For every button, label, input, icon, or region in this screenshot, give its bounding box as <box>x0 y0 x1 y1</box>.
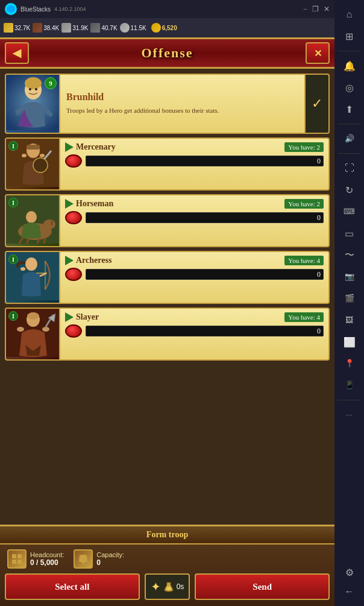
time-group: ✦ 0s <box>145 573 190 600</box>
divider-3 <box>337 153 361 154</box>
restore-icon[interactable]: ❐ <box>312 5 319 14</box>
headcount-icon <box>7 549 27 569</box>
phone-icon[interactable]: 📱 <box>340 376 359 395</box>
archeress-arrow <box>65 256 74 265</box>
capacity-group: Capacity: 0 <box>74 549 124 569</box>
troop-image-mercenary: I <box>6 139 60 189</box>
select-all-button[interactable]: Select all <box>5 573 140 600</box>
send-button[interactable]: Send <box>195 573 330 600</box>
wheat-icon <box>4 23 13 33</box>
svg-point-33 <box>42 327 49 332</box>
bluestacks-logo <box>5 3 17 15</box>
archeress-count: You have: 4 <box>284 256 324 265</box>
slayer-slider[interactable]: 0 <box>86 326 324 336</box>
upload-icon[interactable]: ⬆ <box>340 99 359 119</box>
archeress-content: Archeress You have: 4 0 <box>60 252 328 303</box>
capacity-value: 0 <box>96 558 124 567</box>
troop-row-mercenary[interactable]: I M <box>5 137 330 191</box>
svg-point-17 <box>26 211 37 223</box>
grid-icon[interactable]: ⊞ <box>340 27 359 46</box>
slayer-content: Slayer You have: 4 0 <box>60 309 328 359</box>
divider-1 <box>337 51 361 51</box>
tablet-icon[interactable]: ▭ <box>340 224 359 243</box>
archeress-controls: 0 <box>65 268 324 281</box>
horseman-decrement[interactable] <box>65 211 82 224</box>
mercenary-content: Mercenary You have: 2 0 <box>60 139 328 189</box>
slayer-decrement[interactable] <box>65 324 82 338</box>
archeress-header: Archeress You have: 4 <box>65 256 324 265</box>
stone-value: 31.9K <box>72 25 88 31</box>
svg-point-11 <box>22 154 27 157</box>
bottom-stats: Headcount: 0 / 5,000 Capacity: 0 <box>0 544 334 573</box>
horseman-level: I <box>8 198 18 207</box>
camera-icon[interactable]: 📷 <box>340 267 359 286</box>
slayer-level: I <box>8 311 18 321</box>
video-icon[interactable]: 🎬 <box>340 289 359 308</box>
location-icon[interactable]: 📍 <box>340 354 359 373</box>
mercenary-amount: 0 <box>317 157 321 166</box>
star-icon: ✦ <box>151 579 161 594</box>
potion-icon <box>163 581 174 592</box>
settings-circle-icon[interactable]: ◎ <box>340 78 359 97</box>
archeress-amount: 0 <box>317 270 321 279</box>
hero-card[interactable]: 9 <box>5 74 330 134</box>
svg-point-15 <box>43 219 55 229</box>
slayer-name: Slayer <box>65 312 99 322</box>
resource-stone: 31.9K <box>61 23 88 33</box>
close-button[interactable]: ✕ <box>306 42 330 64</box>
rotate-icon[interactable]: ↻ <box>340 180 359 200</box>
minimize-icon[interactable]: − <box>303 5 307 14</box>
bottom-actions: Select all ✦ 0s Send <box>0 573 334 606</box>
horseman-amount: 0 <box>317 213 321 223</box>
horseman-count: You have: 2 <box>284 199 324 209</box>
back-button[interactable]: ◀ <box>5 42 29 64</box>
mercenary-name: Mercenary <box>65 142 116 152</box>
hero-image: 9 <box>6 75 60 133</box>
ore-value: 40.7K <box>101 25 117 31</box>
svg-point-23 <box>25 257 37 271</box>
svg-rect-8 <box>27 145 40 150</box>
mercenary-decrement[interactable] <box>65 154 82 168</box>
shake-icon[interactable]: 〜 <box>340 245 359 265</box>
topbar: BlueStacks 4.140.2.1004 − ❐ ✕ <box>0 0 334 18</box>
gear-icon[interactable]: ⚙ <box>340 563 359 582</box>
troop-row-archeress[interactable]: I <box>5 251 330 304</box>
horseman-slider[interactable]: 0 <box>86 212 324 223</box>
right-panel: ⌂ ⊞ 🔔 ◎ ⬆ 🔊 ⛶ ↻ ⌨ ▭ 〜 📷 🎬 🖼 ⬜ 📍 📱 ··· ⚙ … <box>334 0 364 606</box>
archeress-decrement[interactable] <box>65 268 82 281</box>
fullscreen-icon[interactable]: ⛶ <box>340 159 359 178</box>
app-version: 4.140.2.1004 <box>54 6 86 12</box>
mercenary-slider[interactable]: 0 <box>86 156 324 166</box>
volume-icon[interactable]: 🔊 <box>340 129 359 148</box>
troop-row-horseman[interactable]: I <box>5 194 330 247</box>
close-window-icon[interactable]: ✕ <box>324 5 330 14</box>
hero-level-badge: 9 <box>45 77 57 89</box>
troop-row-slayer[interactable]: I <box>5 308 330 361</box>
svg-point-32 <box>17 327 24 332</box>
svg-rect-16 <box>51 219 53 226</box>
svg-point-5 <box>35 88 37 90</box>
svg-rect-37 <box>17 560 22 564</box>
troop-list: 9 <box>0 69 334 365</box>
headcount-value: 0 / 5,000 <box>30 558 64 567</box>
hero-description: Troops led by a Hero get additional bonu… <box>66 106 298 115</box>
keyboard-icon[interactable]: ⌨ <box>340 202 359 221</box>
home-icon[interactable]: ⌂ <box>340 5 359 24</box>
horseman-header: Horseman You have: 2 <box>65 199 324 209</box>
gold-value: 6,520 <box>162 25 177 31</box>
app-name: BlueStacks <box>20 6 51 13</box>
archeress-slider[interactable]: 0 <box>86 269 324 280</box>
svg-marker-0 <box>7 5 14 13</box>
svg-rect-36 <box>12 560 16 564</box>
back-arrow-icon[interactable]: ← <box>340 582 359 601</box>
hero-name: Brunhild <box>66 92 298 103</box>
more-icon[interactable]: ··· <box>340 405 359 425</box>
horseman-name: Horseman <box>65 199 113 209</box>
svg-point-39 <box>166 587 171 590</box>
capacity-label: Capacity: <box>96 551 124 558</box>
bell-icon[interactable]: 🔔 <box>340 56 359 75</box>
svg-point-4 <box>29 88 31 90</box>
game-area: ◀ Offense ✕ 9 <box>0 37 334 606</box>
screenshot-icon[interactable]: ⬜ <box>340 332 359 352</box>
gallery-icon[interactable]: 🖼 <box>340 311 359 330</box>
